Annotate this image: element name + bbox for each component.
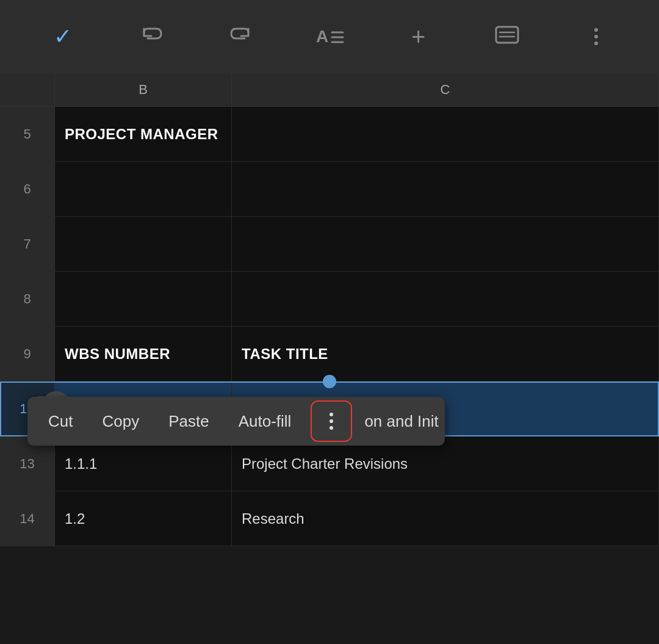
add-icon: +: [411, 23, 425, 51]
cell-5-b[interactable]: PROJECT MANAGER: [55, 107, 232, 161]
corner-cell: [0, 73, 55, 106]
column-header-row: B C: [0, 73, 659, 107]
cell-9-c[interactable]: TASK TITLE: [232, 327, 659, 381]
col-header-b[interactable]: B: [55, 73, 232, 106]
cell-6-b[interactable]: [55, 162, 232, 216]
add-button[interactable]: +: [400, 18, 437, 55]
redo-icon: [228, 24, 253, 49]
comment-icon: [494, 23, 520, 50]
table-row-14: 14 1.2 Research: [0, 491, 659, 546]
more-icon: [594, 28, 598, 45]
context-menu: Cut Copy Paste Auto-fill on and Init: [27, 397, 445, 446]
context-more-icon: [330, 413, 333, 430]
copy-button[interactable]: Copy: [87, 397, 154, 446]
cell-8-c[interactable]: [232, 272, 659, 326]
toolbar: ✓ A +: [0, 0, 659, 73]
context-more-button[interactable]: [311, 400, 352, 442]
row-num-14: 14: [0, 491, 55, 546]
paste-button[interactable]: Paste: [154, 397, 224, 446]
selection-handle-top: [323, 375, 336, 388]
table-row: 8: [0, 272, 659, 327]
table-row: 9 WBS NUMBER TASK TITLE: [0, 327, 659, 382]
auto-fill-button[interactable]: Auto-fill: [224, 397, 306, 446]
undo-icon: [139, 24, 165, 49]
cell-5-c[interactable]: [232, 107, 659, 161]
row-num-9: 9: [0, 327, 55, 381]
font-icon: A: [315, 24, 344, 49]
more-button[interactable]: [578, 18, 614, 55]
partial-label: on and Init: [358, 412, 438, 431]
spreadsheet: B C 5 PROJECT MANAGER 6 7 8: [0, 73, 659, 546]
cell-7-c[interactable]: [232, 217, 659, 271]
cell-7-b[interactable]: [55, 217, 232, 271]
cell-8-b[interactable]: [55, 272, 232, 326]
undo-button[interactable]: [134, 18, 170, 55]
table-row: 6: [0, 162, 659, 217]
row-num-8: 8: [0, 272, 55, 326]
col-header-c[interactable]: C: [232, 73, 659, 106]
cut-button[interactable]: Cut: [34, 397, 87, 446]
check-button[interactable]: ✓: [45, 18, 81, 55]
row-num-6: 6: [0, 162, 55, 216]
cell-14-b[interactable]: 1.2: [55, 491, 232, 546]
redo-button[interactable]: [222, 18, 259, 55]
svg-text:A: A: [316, 27, 328, 46]
cell-14-c[interactable]: Research: [232, 491, 659, 546]
row-num-5: 5: [0, 107, 55, 161]
table-row: 7: [0, 217, 659, 272]
check-icon: ✓: [54, 24, 72, 49]
comment-button[interactable]: [489, 18, 525, 55]
cell-6-c[interactable]: [232, 162, 659, 216]
table-row: 5 PROJECT MANAGER: [0, 107, 659, 162]
svg-rect-4: [496, 27, 518, 43]
row-num-7: 7: [0, 217, 55, 271]
font-button[interactable]: A: [311, 18, 348, 55]
cell-9-b[interactable]: WBS NUMBER: [55, 327, 232, 381]
